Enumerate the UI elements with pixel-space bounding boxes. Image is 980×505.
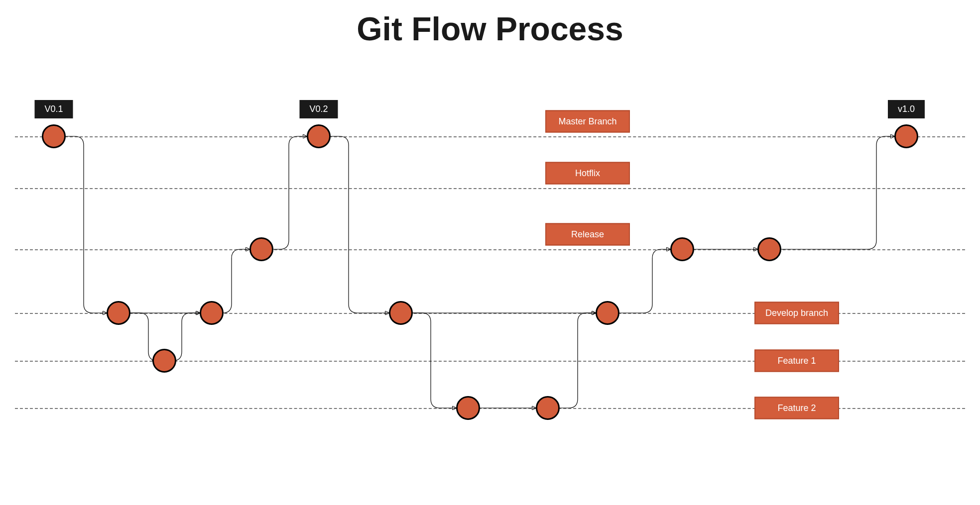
commit-f2a bbox=[456, 396, 480, 420]
lane-label-develop: Develop branch bbox=[754, 302, 839, 324]
lane-label-hotfix: Hotflix bbox=[545, 162, 630, 185]
edge-r1-m2 bbox=[273, 136, 307, 249]
commit-d1 bbox=[107, 301, 130, 325]
commit-r3 bbox=[757, 237, 781, 261]
lane-hotfix bbox=[15, 188, 965, 189]
diagram-title: Git Flow Process bbox=[0, 10, 980, 48]
lane-release bbox=[15, 249, 965, 250]
edge-d2-r1 bbox=[223, 249, 249, 313]
edge-d1-f1a bbox=[130, 313, 157, 361]
edge-f1a-d2 bbox=[173, 313, 200, 361]
commit-f1a bbox=[152, 349, 176, 373]
tag-v10: v1.0 bbox=[888, 100, 925, 118]
commit-d2 bbox=[200, 301, 224, 325]
edge-m1-d1 bbox=[66, 136, 107, 313]
commit-m2 bbox=[307, 124, 331, 148]
edge-r3-m3 bbox=[781, 136, 894, 249]
lane-label-release: Release bbox=[545, 223, 630, 246]
commit-d3 bbox=[389, 301, 413, 325]
commit-d4 bbox=[596, 301, 619, 325]
commit-r2 bbox=[670, 237, 694, 261]
commit-m3 bbox=[894, 124, 918, 148]
edge-m2-d3 bbox=[331, 136, 389, 313]
diagram-canvas: Git Flow Process Master Branch Hotflix R… bbox=[0, 0, 980, 505]
tag-v02: V0.2 bbox=[299, 100, 338, 118]
lane-label-master: Master Branch bbox=[545, 110, 630, 133]
commit-f2b bbox=[536, 396, 560, 420]
edge-d4-r2 bbox=[619, 249, 670, 313]
lane-label-feature2: Feature 2 bbox=[754, 397, 839, 419]
lane-label-feature1: Feature 1 bbox=[754, 350, 839, 372]
lane-master bbox=[15, 136, 965, 137]
connection-lines bbox=[0, 0, 980, 505]
commit-m1 bbox=[42, 124, 66, 148]
tag-v01: V0.1 bbox=[34, 100, 73, 118]
commit-r1 bbox=[249, 237, 273, 261]
